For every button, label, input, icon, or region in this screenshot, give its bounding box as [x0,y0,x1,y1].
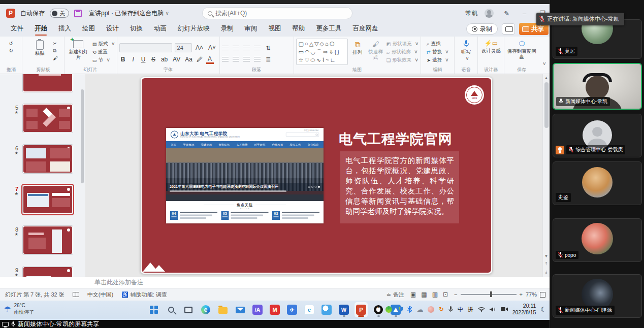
camera-icon[interactable] [501,307,508,312]
layout-button[interactable]: 版式 [92,41,115,47]
fit-slide-button[interactable] [540,292,545,298]
zoom-slider-thumb[interactable] [490,291,492,297]
save-icon[interactable] [74,10,82,17]
thumbnail-scrollbar[interactable] [81,89,84,183]
change-case-button[interactable] [184,56,194,63]
search-box[interactable] [202,7,352,19]
thumbnail-slide-6[interactable]: 6★ [0,144,85,174]
word-button[interactable]: W [337,302,350,317]
powerpoint-taskbar-button[interactable]: P [355,302,368,317]
quick-styles-button[interactable]: 快速样式 [367,39,384,67]
tab-view[interactable]: 视图 [263,22,287,37]
taskbar-search-button[interactable] [165,302,178,317]
red-app-button[interactable]: M [268,302,281,317]
paste-button[interactable]: 粘贴 [28,39,51,67]
numbering-icon[interactable] [233,46,239,51]
normal-view-button[interactable] [410,291,416,298]
dictate-button[interactable]: 听写 [457,39,475,67]
section-button[interactable]: 节 [92,57,115,63]
justify-icon[interactable] [254,57,261,62]
underline-button[interactable] [140,56,147,63]
tray-expand-icon[interactable] [376,306,381,313]
reset-button[interactable]: 重置 [92,49,115,55]
participant-tile[interactable]: 综合管理中心-娄载庚 [553,114,642,157]
sync-icon[interactable] [439,306,443,313]
tab-insert[interactable]: 插入 [53,22,77,37]
tray-green-icon[interactable] [385,306,392,313]
zoom-in-button[interactable] [520,291,523,298]
tab-design[interactable]: 设计 [101,22,124,37]
notes-toggle[interactable]: 备注 [387,291,404,299]
bullets-icon[interactable] [222,46,229,51]
slide-title[interactable]: 电气工程学院官网 [339,130,466,148]
undo-button[interactable] [9,41,13,46]
search-input[interactable] [215,10,332,17]
columns-icon[interactable] [265,56,272,63]
participant-tile[interactable]: 新闻媒体中心-闫津源 [553,274,642,318]
tab-review[interactable]: 审阅 [239,22,263,37]
thumbnail-slide-9[interactable]: 9★ [0,266,85,277]
tab-baidu-pan[interactable]: 百度网盘 [347,22,384,37]
shape-effects-button[interactable]: 形状效果 [387,57,418,63]
zoom-slider[interactable] [461,294,517,295]
reading-view-button[interactable] [432,291,438,298]
comments-button[interactable] [502,23,515,35]
edge-button[interactable]: e [199,302,212,317]
ie-button[interactable]: e [303,302,316,317]
spacing-button[interactable] [172,56,182,63]
cloud-icon[interactable] [416,306,423,313]
slide-body-textbox[interactable]: 电气工程学院官方的新闻媒体平台，包括学院概况、党建思政、师资队伍、人才培养、科学… [340,151,459,223]
autosave-toggle[interactable]: 关 [50,9,69,18]
bluetooth-icon[interactable] [407,306,412,313]
collapse-ribbon-icon[interactable] [542,60,545,67]
weather-widget[interactable]: 26°C 雨快停了 [4,303,34,315]
document-title[interactable]: 宣讲ppt · 已保存到这台电脑 [89,9,169,18]
replace-button[interactable]: 替换 [427,49,448,55]
accessibility-status[interactable]: 辅助功能: 调查 [131,291,167,299]
minimize-button[interactable] [520,10,529,17]
tab-home[interactable]: 开始 [29,22,53,37]
ime-language[interactable]: 中 [458,306,463,313]
tray-mic-icon[interactable] [448,306,453,313]
wifi-icon[interactable] [478,307,485,312]
grow-font-icon[interactable] [195,44,205,51]
pen-icon[interactable] [501,10,512,17]
security-shield-icon[interactable] [397,306,403,313]
user-avatar[interactable] [485,9,494,18]
tab-file[interactable]: 文件 [5,22,29,37]
next-slide-button[interactable] [543,270,550,275]
highlight-button[interactable] [196,56,204,63]
tab-animations[interactable]: 动画 [148,22,172,37]
indent-increase-icon[interactable] [254,46,261,51]
thumbnail-slide-5[interactable]: 5★ [0,104,85,133]
vertical-scrollbar[interactable] [542,74,550,277]
arrange-button[interactable]: 排列 [350,39,365,67]
shrink-font-icon[interactable] [207,44,217,51]
cut-button[interactable] [53,41,58,46]
shape-gallery[interactable]: ▢○△▽◇⌂⬡▭◠◡⌒⇨⇩{}☆♡⬭∿⌇~∟ [296,39,348,65]
thumbnail-slide-7-selected[interactable]: 7★ [0,185,85,214]
shadow-button[interactable] [160,56,169,63]
slide-sorter-view-button[interactable] [421,291,427,298]
zoom-out-button[interactable] [454,291,457,298]
participant-tile[interactable]: popo [553,218,642,262]
redo-button[interactable] [9,48,13,53]
font-color-button[interactable] [206,55,214,64]
record-button[interactable]: 录制 [466,23,498,35]
clock[interactable]: 20:11 2022/8/15 [512,303,536,316]
browser-circle-button[interactable] [320,302,333,317]
bold-button[interactable] [119,56,127,63]
ime-mode[interactable]: 拼 [468,306,473,313]
font-size-box[interactable]: 24 [175,43,192,52]
tab-transitions[interactable]: 切换 [124,22,148,37]
strikethrough-button[interactable] [150,56,157,63]
mail-button[interactable] [234,302,247,317]
notes-bar[interactable]: 单击此处添加备注 [0,277,550,288]
align-center-icon[interactable] [233,57,239,62]
align-right-icon[interactable] [243,57,250,62]
volume-icon[interactable] [490,307,496,312]
format-painter-button[interactable] [53,55,58,61]
participant-tile[interactable]: 史鉴 [553,161,642,205]
thumbnail-slide-8[interactable]: 8★ [0,225,85,255]
tab-more-tools[interactable]: 更多工具 [311,22,347,37]
